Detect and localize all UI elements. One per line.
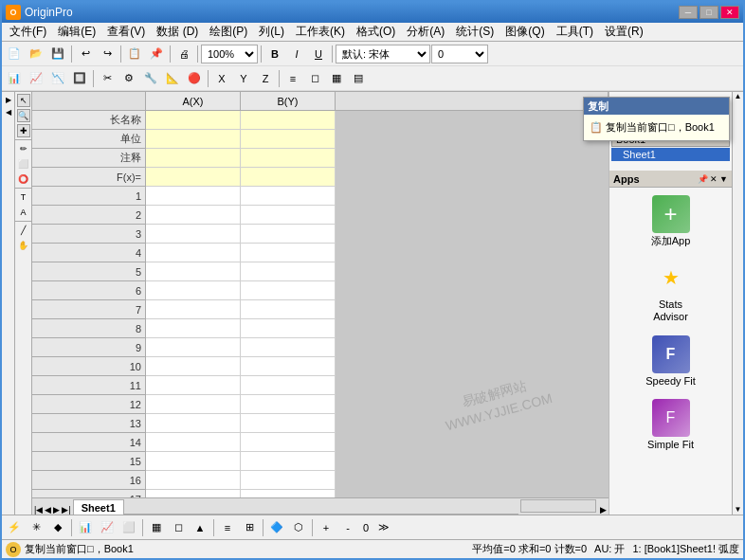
row-header-8[interactable]: 8 xyxy=(32,319,146,338)
tab-scroll-right[interactable]: ▶ xyxy=(598,505,609,515)
right-strip-btn-2[interactable]: ▼ xyxy=(734,505,743,515)
row-header-1[interactable]: 1 xyxy=(32,187,146,206)
row-header-12[interactable]: 12 xyxy=(32,395,146,414)
data-btn-4[interactable]: 📐 xyxy=(162,68,183,89)
label-tool[interactable]: A xyxy=(17,206,30,219)
app-stats-advisor[interactable]: ★ StatsAdvisor xyxy=(613,255,728,327)
row-header-11[interactable]: 11 xyxy=(32,376,146,395)
bt-btn-11[interactable]: ⊞ xyxy=(239,517,260,538)
text-tool[interactable]: T xyxy=(17,190,30,204)
cell-a-9[interactable] xyxy=(146,338,241,357)
cell-a-8[interactable] xyxy=(146,319,241,338)
data-btn-5[interactable]: 🔴 xyxy=(184,68,205,89)
bold-button[interactable]: B xyxy=(264,44,285,64)
col-header-a[interactable]: A(X) xyxy=(146,92,241,111)
cell-b-3[interactable] xyxy=(241,225,336,244)
bt-btn-8[interactable]: ◻ xyxy=(168,517,189,538)
paste-button[interactable]: 📌 xyxy=(146,44,167,64)
row-header-formula[interactable]: F(x)= xyxy=(32,168,146,187)
tab-scrollbar[interactable] xyxy=(520,499,596,513)
menu-file[interactable]: 文件(F) xyxy=(4,23,52,41)
maximize-button[interactable]: □ xyxy=(700,6,718,19)
pan-tool[interactable]: ✚ xyxy=(17,124,30,137)
data-btn-1[interactable]: ✂ xyxy=(97,68,118,89)
graph-btn-3[interactable]: 📉 xyxy=(47,68,68,89)
new-button[interactable]: 📄 xyxy=(4,44,25,64)
line-tool[interactable]: ╱ xyxy=(17,224,30,237)
menu-image[interactable]: 图像(Q) xyxy=(500,23,550,41)
bt-btn-16[interactable]: ≫ xyxy=(373,517,394,538)
bt-btn-12[interactable]: 🔷 xyxy=(266,517,287,538)
underline-button[interactable]: U xyxy=(308,44,329,64)
cell-a-2[interactable] xyxy=(146,206,241,225)
cell-b-17[interactable] xyxy=(241,490,336,497)
cell-b-10[interactable] xyxy=(241,357,336,376)
col-btn-2[interactable]: Y xyxy=(233,68,254,89)
bt-btn-6[interactable]: ⬜ xyxy=(118,517,139,538)
row-header-7[interactable]: 7 xyxy=(32,300,146,319)
cell-a-formula[interactable] xyxy=(146,168,241,187)
right-strip-btn-1[interactable]: ▲ xyxy=(734,92,743,101)
draw-tool-2[interactable]: ⬜ xyxy=(17,157,30,171)
cell-b-1[interactable] xyxy=(241,187,336,206)
minimize-button[interactable]: ─ xyxy=(679,6,698,19)
cell-a-10[interactable] xyxy=(146,357,241,376)
col-btn-1[interactable]: X xyxy=(211,68,232,89)
bt-btn-10[interactable]: ≡ xyxy=(217,517,238,538)
row-header-13[interactable]: 13 xyxy=(32,414,146,433)
copy-button[interactable]: 📋 xyxy=(124,44,145,64)
app-add-item[interactable]: + 添加App xyxy=(613,191,728,251)
misc-btn-3[interactable]: ▦ xyxy=(326,68,347,89)
menu-format[interactable]: 格式(O) xyxy=(351,23,401,41)
menu-view[interactable]: 查看(V) xyxy=(101,23,151,41)
copy-item-1[interactable]: 📋 复制当前窗口□，Book1 xyxy=(588,118,725,136)
app-simple-fit[interactable]: F Simple Fit xyxy=(613,395,728,455)
ls-btn-2[interactable]: ◀ xyxy=(3,106,14,117)
cell-b-16[interactable] xyxy=(241,471,336,490)
cell-b-7[interactable] xyxy=(241,300,336,319)
sheet-tab-sheet1[interactable]: Sheet1 xyxy=(73,499,124,515)
bt-btn-7[interactable]: ▦ xyxy=(146,517,167,538)
cell-b-comment[interactable] xyxy=(241,149,336,168)
misc-btn-1[interactable]: ≡ xyxy=(282,68,303,89)
cell-a-6[interactable] xyxy=(146,281,241,300)
menu-statistics[interactable]: 统计(S) xyxy=(450,23,500,41)
cell-b-8[interactable] xyxy=(241,319,336,338)
menu-plot[interactable]: 绘图(P) xyxy=(204,23,253,41)
graph-btn-4[interactable]: 🔲 xyxy=(69,68,90,89)
bt-btn-14[interactable]: + xyxy=(316,517,336,538)
cell-a-17[interactable] xyxy=(146,490,241,497)
row-header-15[interactable]: 15 xyxy=(32,452,146,471)
row-header-10[interactable]: 10 xyxy=(32,357,146,376)
tab-nav-last[interactable]: ▶| xyxy=(62,505,70,515)
row-header-6[interactable]: 6 xyxy=(32,281,146,300)
print-button[interactable]: 🖨 xyxy=(173,44,194,64)
cell-b-6[interactable] xyxy=(241,281,336,300)
cell-a-comment[interactable] xyxy=(146,149,241,168)
redo-button[interactable]: ↪ xyxy=(97,44,118,64)
data-btn-2[interactable]: ⚙ xyxy=(118,68,139,89)
misc-btn-4[interactable]: ▤ xyxy=(348,68,369,89)
row-header-comment[interactable]: 注释 xyxy=(32,149,146,168)
save-button[interactable]: 💾 xyxy=(47,44,68,64)
row-header-2[interactable]: 2 xyxy=(32,206,146,225)
cell-b-unit[interactable] xyxy=(241,130,336,149)
cell-b-11[interactable] xyxy=(241,376,336,395)
open-button[interactable]: 📂 xyxy=(26,44,46,64)
cell-a-name[interactable] xyxy=(146,111,241,130)
cell-a-5[interactable] xyxy=(146,262,241,281)
cell-a-13[interactable] xyxy=(146,414,241,433)
cell-b-14[interactable] xyxy=(241,433,336,452)
bt-btn-13[interactable]: ⬡ xyxy=(288,517,309,538)
tab-nav-prev[interactable]: ◀ xyxy=(45,505,51,515)
cell-b-15[interactable] xyxy=(241,452,336,471)
apps-expand-icon[interactable]: ▼ xyxy=(719,174,728,184)
cell-b-formula[interactable] xyxy=(241,168,336,187)
apps-pin-icon[interactable]: 📌 xyxy=(698,174,708,184)
cell-b-4[interactable] xyxy=(241,244,336,262)
cell-a-3[interactable] xyxy=(146,225,241,244)
row-header-14[interactable]: 14 xyxy=(32,433,146,452)
draw-tool-1[interactable]: ✏ xyxy=(17,142,30,155)
cell-a-4[interactable] xyxy=(146,244,241,262)
sheet-item[interactable]: Sheet1 xyxy=(611,148,730,161)
